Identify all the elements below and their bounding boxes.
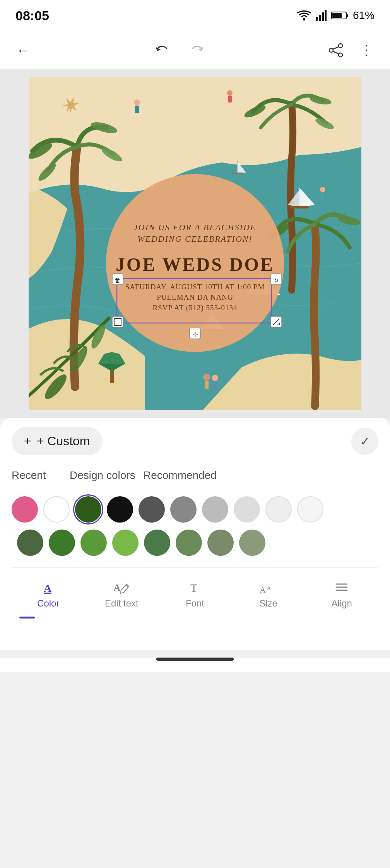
- redo-button[interactable]: [185, 39, 209, 62]
- svg-rect-33: [205, 381, 209, 389]
- active-indicator-container: [12, 617, 378, 619]
- color-swatch-dkgreen[interactable]: [49, 530, 75, 556]
- color-swatch-dark-green[interactable]: [75, 496, 101, 523]
- font-nav-icon: T: [187, 579, 203, 595]
- svg-point-28: [227, 90, 233, 96]
- recommended-label: Recommended: [143, 469, 378, 482]
- svg-text:A: A: [260, 585, 266, 595]
- svg-text:SATURDAY, AUGUST 10TH AT 1:00 : SATURDAY, AUGUST 10TH AT 1:00 PM: [125, 283, 265, 291]
- color-row-1: [12, 496, 378, 523]
- check-icon: ✓: [360, 434, 370, 449]
- color-swatch-silver[interactable]: [234, 496, 260, 523]
- svg-rect-31: [321, 192, 324, 198]
- svg-rect-43: [232, 173, 243, 174]
- recommended-colors-row2: [43, 530, 378, 556]
- color-swatch-olive[interactable]: [17, 530, 43, 556]
- svg-rect-4: [325, 10, 327, 21]
- svg-rect-35: [213, 381, 217, 389]
- color-swatch-ltgreen[interactable]: [112, 530, 139, 556]
- svg-text:A: A: [267, 585, 271, 591]
- design-colors-row2: [12, 530, 43, 556]
- wifi-icon: [297, 10, 311, 21]
- recommended-section-header: Recommended: [143, 469, 378, 489]
- svg-point-32: [203, 374, 210, 381]
- color-swatch-black[interactable]: [107, 496, 133, 523]
- recommended-colors-row1: [101, 496, 378, 523]
- plus-icon: +: [24, 434, 31, 448]
- svg-line-11: [333, 47, 339, 49]
- svg-rect-2: [319, 15, 321, 21]
- color-swatch-forestgreen[interactable]: [144, 530, 170, 556]
- svg-line-12: [333, 51, 339, 54]
- color-swatch-lightgray[interactable]: [202, 496, 228, 523]
- battery-icon: [331, 11, 348, 20]
- svg-rect-3: [322, 12, 324, 21]
- bottom-panel: + + Custom ✓ Recent Design colors Recomm…: [0, 418, 390, 650]
- home-indicator-area: [0, 658, 390, 672]
- svg-point-0: [303, 18, 305, 21]
- nav-color[interactable]: A Color: [12, 576, 85, 613]
- recent-label: Recent: [12, 469, 66, 482]
- svg-rect-63: [44, 593, 51, 594]
- svg-text:T: T: [190, 581, 197, 594]
- back-button[interactable]: ←: [12, 39, 35, 62]
- color-nav-icon: A: [41, 579, 56, 595]
- nav-size-label: Size: [259, 598, 277, 609]
- nav-edit-text[interactable]: A Edit text: [85, 576, 159, 613]
- edit-text-nav-icon: A: [112, 579, 131, 595]
- nav-font[interactable]: T Font: [158, 576, 232, 613]
- svg-text:↻: ↻: [274, 277, 279, 284]
- custom-label: + Custom: [37, 434, 90, 448]
- svg-rect-37: [290, 206, 309, 208]
- canvas-wrapper[interactable]: JOIN US FOR A BEACHSIDE WEDDING CELEBRAT…: [29, 77, 361, 410]
- top-toolbar: ← ⋮: [0, 31, 390, 70]
- custom-row: + + Custom ✓: [12, 427, 378, 455]
- more-button[interactable]: ⋮: [355, 39, 378, 62]
- color-swatch-medgreen[interactable]: [80, 530, 107, 556]
- svg-rect-1: [316, 17, 318, 21]
- battery-text: 61%: [353, 9, 375, 22]
- svg-point-34: [212, 375, 218, 381]
- size-nav-icon: A A: [259, 579, 278, 595]
- share-icon: [328, 43, 344, 58]
- color-row-2: [12, 530, 378, 556]
- svg-rect-7: [332, 13, 342, 18]
- recent-colors: [12, 496, 38, 523]
- nav-size[interactable]: A A Size: [232, 576, 305, 613]
- svg-text:🗑: 🗑: [115, 277, 121, 284]
- svg-rect-29: [228, 96, 232, 103]
- color-swatch-nearwhite[interactable]: [297, 496, 323, 523]
- color-sections-header: Recent Design colors Recommended: [12, 469, 378, 489]
- undo-button[interactable]: [151, 39, 174, 62]
- svg-text:RSVP AT (512) 555-0134: RSVP AT (512) 555-0134: [153, 304, 238, 312]
- check-button[interactable]: ✓: [351, 428, 378, 455]
- nav-align[interactable]: Align: [305, 576, 378, 613]
- canvas-area: JOIN US FOR A BEACHSIDE WEDDING CELEBRAT…: [0, 70, 390, 418]
- design-colors-row1: [38, 496, 101, 523]
- design-colors-section: Design colors: [66, 469, 143, 489]
- share-button[interactable]: [324, 39, 347, 62]
- custom-button[interactable]: + + Custom: [12, 427, 103, 455]
- color-swatch-gray[interactable]: [170, 496, 197, 523]
- home-indicator: [156, 658, 234, 661]
- color-swatch-white[interactable]: [43, 496, 70, 523]
- design-colors-label: Design colors: [70, 469, 143, 482]
- signal-icon: [316, 10, 327, 21]
- color-swatch-sagegreen[interactable]: [176, 530, 202, 556]
- redo-icon: [189, 43, 205, 58]
- nav-color-label: Color: [37, 598, 59, 609]
- color-swatch-khaki[interactable]: [239, 530, 265, 556]
- svg-point-30: [320, 187, 325, 192]
- color-swatch-darkgray[interactable]: [139, 496, 165, 523]
- svg-point-26: [134, 99, 140, 106]
- svg-text:PULLMAN DA NANG: PULLMAN DA NANG: [157, 293, 233, 301]
- nav-edit-text-label: Edit text: [105, 598, 139, 609]
- color-swatch-offwhite[interactable]: [265, 496, 292, 523]
- color-swatch-olivegreen[interactable]: [207, 530, 234, 556]
- recent-section: Recent: [12, 469, 66, 489]
- status-time: 08:05: [15, 8, 49, 23]
- svg-point-8: [339, 44, 342, 48]
- color-swatch-pink[interactable]: [12, 496, 38, 523]
- align-nav-icon: [334, 579, 349, 595]
- undo-icon: [154, 43, 170, 58]
